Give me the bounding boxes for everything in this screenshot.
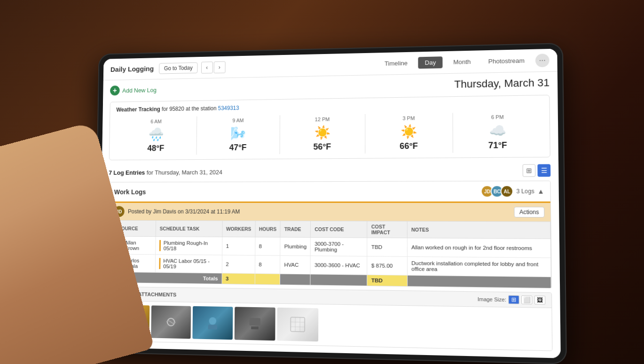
workers-1: 1 [222,237,255,255]
hours-2: 8 [255,256,280,274]
go-to-today-button[interactable]: Go to Today [159,62,197,74]
col-cost-impact: COST IMPACT [367,221,407,238]
weather-icon-9am: 🌬️ [230,126,246,141]
weather-times: 6 AM 🌧️ 48°F 9 AM 🌬️ 47°F 12 PM ☀️ 56°F [116,112,543,155]
weather-icon-3pm: ☀️ [401,124,417,139]
photo-2[interactable] [151,305,191,339]
photo-4[interactable] [235,307,275,341]
cost-code-1: 3000-3700 - Plumbing [311,237,368,256]
size-large-button[interactable]: 🖼 [534,295,546,304]
totals-cost-impact: TBD [367,275,407,286]
work-logs-header: Work Logs JD BC AL 3 Logs ▲ [109,181,550,203]
notes-2: Ductwork installation completed for lobb… [407,256,551,277]
image-size-label: Image Size: [478,296,506,302]
weather-temp-3pm: 66°F [400,141,418,151]
weather-time-6am: 6 AM [150,119,162,124]
schedule-task-2: HVAC Labor 05/15 - 05/19 [156,255,222,273]
weather-9am: 9 AM 🌬️ 47°F [196,115,280,155]
weather-temp-9am: 47°F [229,143,246,153]
weather-time-3pm: 3 PM [402,115,415,121]
weather-6pm: 6 PM ☁️ 71°F [453,112,543,153]
view-tabs: Timeline Day Month Photostream ··· [378,54,550,70]
svg-rect-8 [249,318,260,326]
weather-icon-6pm: ☁️ [489,123,506,139]
schedule-task-1: Plumbing Rough-In 05/18 [156,237,222,255]
col-trade: TRADE [280,221,310,238]
weather-time-6pm: 6 PM [491,114,504,120]
size-small-button[interactable]: ⊞ [508,295,519,304]
totals-trade [280,274,311,285]
col-workers: WORKERS [222,221,255,237]
posted-bar: JD Posted by Jim Davis on 3/31/2024 at 1… [109,203,551,222]
workers-2: 2 [222,255,255,273]
tab-photostream[interactable]: Photostream [481,54,531,68]
grid-view-button[interactable]: ⊞ [523,164,536,177]
photos-grid [107,301,552,350]
weather-section: Weather Tracking for 95820 at the statio… [109,95,550,161]
weather-6am: 6 AM 🌧️ 48°F [116,116,197,155]
svg-rect-7 [208,325,217,329]
log-entries-title: 7 Log Entries for Thursday, March 31, 20… [109,169,222,176]
photo-5[interactable] [277,308,318,341]
svg-rect-10 [291,317,305,332]
weather-temp-12pm: 56°F [313,142,331,152]
work-logs-right: JD BC AL 3 Logs ▲ [481,185,544,198]
weather-3pm: 3 PM ☀️ 66°F [365,113,453,153]
nav-next-button[interactable]: › [213,61,225,73]
posted-by-text: Posted by Jim Davis on 3/31/2024 at 11:1… [128,209,240,215]
log-entries-header: 7 Log Entries for Thursday, March 31, 20… [102,160,558,182]
weather-temp-6pm: 71°F [488,140,507,151]
weather-temp-6am: 48°F [147,144,164,154]
work-logs-title: Work Logs [114,188,146,196]
totals-workers: 3 [222,273,255,284]
nav-prev-button[interactable]: ‹ [201,62,213,74]
svg-line-12 [291,327,305,327]
logs-count: 3 Logs [516,188,534,194]
posted-info: JD Posted by Jim Davis on 3/31/2024 at 1… [114,206,240,217]
trade-2: HVAC [280,256,311,274]
col-cost-code: COST CODE [311,221,367,238]
totals-hours [255,273,280,284]
more-options-button[interactable]: ··· [535,54,550,67]
weather-12pm: 12 PM ☀️ 56°F [280,114,366,154]
collapse-work-logs-button[interactable]: ▲ [537,187,544,195]
weather-time-12pm: 12 PM [315,116,330,122]
list-view-button[interactable]: ☰ [537,164,550,177]
cost-impact-1: TBD [367,238,407,256]
svg-line-11 [291,322,305,323]
cost-impact-2: $ 875.00 [367,256,407,276]
notes-1: Allan worked on rough in for 2nd floor r… [407,238,550,258]
station-link[interactable]: 5349313 [218,105,239,111]
app-title: Daily Logging [110,65,154,73]
nav-arrows: ‹ › [201,61,226,73]
size-medium-button[interactable]: ⬜ [521,295,533,304]
hours-1: 8 [255,237,280,256]
actions-button[interactable]: Actions [514,207,544,217]
avatar-al: AL [501,185,514,198]
svg-rect-9 [251,326,259,329]
tab-month[interactable]: Month [447,56,478,68]
app-container: Daily Logging Go to Today ‹ › Timeline D… [99,49,561,358]
trade-1: Plumbing [280,237,311,256]
add-new-log-button[interactable]: + Add New Log [110,85,157,96]
current-date: Thursday, March 31 [454,77,550,91]
resource-name-1: Allan Brown [125,240,152,251]
add-log-label: Add New Log [122,86,157,94]
totals-cost-code [310,274,367,286]
weather-icon-6am: 🌧️ [148,127,164,142]
weather-time-9am: 9 AM [232,117,243,123]
tab-day[interactable]: Day [418,56,442,69]
tab-timeline[interactable]: Timeline [378,57,415,70]
add-icon: + [110,85,120,95]
photos-section: PHOTOS / ATTACHMENTS Image Size: ⊞ ⬜ 🖼 [106,287,553,351]
totals-notes [408,275,551,288]
work-logs-section: Work Logs JD BC AL 3 Logs ▲ JD [107,181,552,289]
col-hours: HOURS [255,221,280,238]
cost-code-2: 3000-3600 - HVAC [310,256,367,275]
photo-3[interactable] [192,306,233,340]
tablet-screen: Daily Logging Go to Today ‹ › Timeline D… [99,49,561,358]
col-schedule-task: SCHEDULE TASK [156,221,222,237]
weather-icon-12pm: ☀️ [314,125,330,140]
svg-point-6 [209,317,217,325]
view-toggle: ⊞ ☰ [523,164,551,177]
